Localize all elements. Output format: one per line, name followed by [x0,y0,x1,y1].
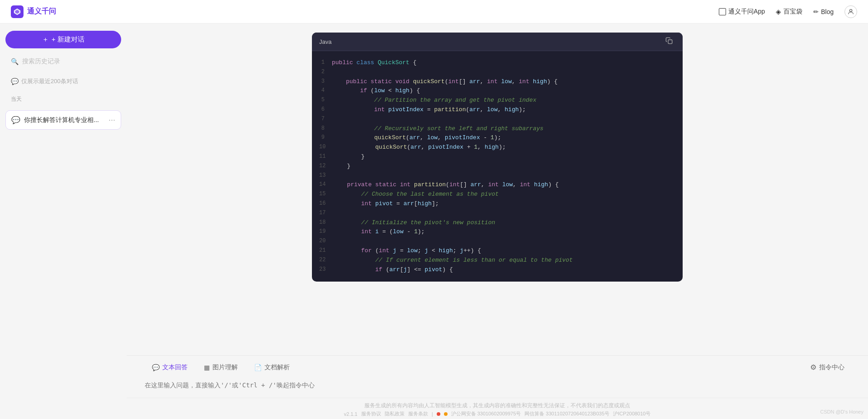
line-code: // Recursively sort the left and right s… [332,124,675,134]
line-number: 22 [319,256,333,264]
line-number: 16 [319,199,333,208]
line-number: 13 [319,171,333,180]
line-code [333,237,675,246]
search-placeholder: 搜索历史记录 [22,57,60,66]
line-number: 4 [319,86,332,95]
search-icon: 🔍 [11,58,19,65]
code-line: 4 if (low < high) { [312,86,683,96]
line-code: int pivotIndex = partition(arr, low, hig… [332,105,675,115]
line-number: 2 [319,68,332,76]
code-line: 2 [312,68,683,77]
nav-baobao[interactable]: ◈ 百宝袋 [776,8,802,16]
main-content: Java 1public class QuickSort {2 3 public… [127,24,868,419]
tab-image-understand[interactable]: ▦ 图片理解 [197,360,245,375]
line-code [333,171,675,181]
nav-blog[interactable]: ✏ Blog [813,8,834,15]
section-today: 当天 [5,94,121,105]
code-line: 22 // If current element is less than or… [312,256,683,265]
line-number: 3 [319,77,332,86]
line-code: quickSort(arr, pivotIndex + 1, high); [333,143,675,152]
code-line: 14 private static int partition(int[] ar… [312,180,683,190]
code-line: 9 quickSort(arr, low, pivotIndex - 1); [312,133,683,143]
code-line: 19 int i = (low - 1); [312,227,683,237]
line-number: 15 [319,190,333,198]
code-line: 10 quickSort(arr, pivotIndex + 1, high); [312,143,683,152]
tab-doc-parse[interactable]: 📄 文档解析 [247,360,297,375]
code-block: Java 1public class QuickSort {2 3 public… [312,33,683,282]
line-number: 9 [319,133,332,142]
chat-item-text: 你擅长解答计算机专业相... [24,116,105,124]
code-line: 8 // Recursively sort the left and right… [312,124,683,134]
code-line: 5 // Partition the array and get the piv… [312,96,683,105]
cmd-center-button[interactable]: ⚙ 指令中心 [805,359,850,375]
chat-bubble-icon: 💬 [11,78,19,85]
tab-text-answer[interactable]: 💬 文本回答 [145,360,195,375]
line-number: 5 [319,96,332,104]
line-code: } [333,162,675,171]
logo[interactable]: 通义千问 [11,5,56,18]
code-line: 12 } [312,162,683,171]
line-number: 7 [319,115,332,123]
image-icon: ▦ [204,364,210,371]
nav-app[interactable]: 通义千问App [719,8,765,16]
line-number: 19 [319,227,333,236]
line-code: } [333,152,675,162]
chat-item[interactable]: 💬 你擅长解答计算机专业相... ··· [5,110,121,130]
line-number: 12 [319,162,333,170]
text-icon: 💬 [152,364,160,371]
line-number: 23 [319,265,333,274]
plus-icon: ＋ [42,35,49,44]
code-language: Java [319,38,331,45]
chat-input[interactable] [145,378,850,392]
edit-icon: ✏ [813,8,819,15]
code-line: 17 [312,209,683,218]
line-number: 21 [319,246,333,255]
line-code [333,209,675,218]
sidebar: ＋ + 新建对话 🔍 搜索历史记录 💬 仅展示最近200条对话 当天 💬 你擅长… [0,24,127,419]
toolbar-tabs-left: 💬 文本回答 ▦ 图片理解 📄 文档解析 [145,360,297,375]
line-code: // Initialize the pivot's new position [333,218,675,228]
toolbar-tabs: 💬 文本回答 ▦ 图片理解 📄 文档解析 ⚙ 指令中心 [145,356,850,375]
code-line: 16 int pivot = arr[high]; [312,199,683,209]
footer: 服务生成的所有内容均由人工智能模型生成，其生成内容的准确性和完整性无法保证，不代… [127,398,868,419]
search-bar[interactable]: 🔍 搜索历史记录 [5,54,121,69]
code-line: 1public class QuickSort { [312,58,683,68]
new-chat-button[interactable]: ＋ + 新建对话 [5,31,121,48]
layout: ＋ + 新建对话 🔍 搜索历史记录 💬 仅展示最近200条对话 当天 💬 你擅长… [0,24,868,419]
code-line: 6 int pivotIndex = partition(arr, low, h… [312,105,683,115]
line-number: 18 [319,218,333,227]
code-line: 7 [312,115,683,124]
cmd-icon: ⚙ [810,363,816,372]
line-code: // If current element is less than or eq… [333,256,675,265]
line-number: 11 [319,152,333,161]
line-code: int pivot = arr[high]; [333,199,675,209]
watermark: CSDN @D's Honey [820,409,863,414]
input-area [127,375,868,398]
line-code [332,115,675,124]
code-block-header: Java [312,33,683,51]
chat-item-icon: 💬 [11,116,20,124]
code-content: 1public class QuickSort {2 3 public stat… [312,51,683,282]
line-code: if (low < high) { [332,86,675,96]
top-nav: 通义千问 通义千问App ◈ 百宝袋 ✏ Blog [0,0,868,24]
line-code: // Choose the last element as the pivot [333,190,675,199]
line-number: 14 [319,180,333,189]
nav-links: 通义千问App ◈ 百宝袋 ✏ Blog [719,5,857,18]
svg-point-2 [849,9,852,11]
line-number: 10 [319,143,333,151]
copy-button[interactable] [663,36,675,47]
logo-icon [11,5,24,18]
line-code: private static int partition(int[] arr, … [333,180,675,190]
user-avatar[interactable] [844,5,857,18]
line-code: quickSort(arr, low, pivotIndex - 1); [332,133,675,143]
more-icon[interactable]: ··· [108,115,115,125]
code-line: 20 [312,237,683,246]
bottom-toolbar: 💬 文本回答 ▦ 图片理解 📄 文档解析 ⚙ 指令中心 [127,355,868,375]
code-line: 21 for (int j = low; j < high; j++) { [312,246,683,256]
line-number: 17 [319,209,333,217]
code-line: 13 [312,171,683,181]
code-line: 11 } [312,152,683,162]
app-icon [719,8,726,15]
footer-links: v2.1.1 服务协议 隐私政策 服务条款 | 沪公网安备 3301060200… [127,410,868,417]
logo-text: 通义千问 [27,7,56,16]
